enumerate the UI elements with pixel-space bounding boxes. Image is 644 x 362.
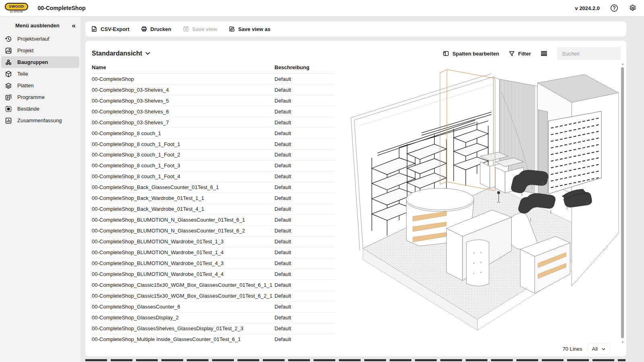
cell-description: Default xyxy=(275,312,335,323)
cell-description: Default xyxy=(275,193,335,204)
table-row[interactable]: 00-CompleteShop_Classic15x30_WGM_Box_Gla… xyxy=(92,280,335,290)
cell-name: 00-CompleteShop_03-Shelves_6 xyxy=(92,106,275,117)
print-label: Drucken xyxy=(151,26,171,32)
sidebar-item-bestaende[interactable]: Bestände xyxy=(1,103,79,115)
table-row[interactable]: 00-CompleteShop_GlassesShelves_GlassesDi… xyxy=(92,323,335,334)
sidebar-item-baugruppen[interactable]: Baugruppen xyxy=(1,56,79,68)
save-view-as-button[interactable]: Save view as xyxy=(229,26,270,32)
cell-description: Default xyxy=(275,258,335,269)
view-toolbar: CSV-Export Drucken Save view xyxy=(85,21,626,37)
table-row[interactable]: 00-CompleteShop_03-Shelves_5 Default xyxy=(92,95,335,106)
table-row[interactable]: 00-CompleteShop_BLUMOTION_N_GlassesCount… xyxy=(92,225,335,236)
table-row[interactable]: 00-CompleteShop_BLUMOTION_Wardrobe_01Tes… xyxy=(92,258,335,269)
table-row[interactable]: 00-CompleteShop_8 couch_1_Foot_2 Default xyxy=(92,149,335,160)
clipped-bottom-row xyxy=(85,359,625,361)
collapse-chevrons-icon[interactable]: « xyxy=(72,22,76,29)
cell-description: Default xyxy=(275,214,335,225)
csv-export-button[interactable]: CSV-Export xyxy=(91,26,130,32)
sidebar-item-label: Projekt xyxy=(17,47,33,53)
page-title: 00-CompleteShop xyxy=(38,5,86,11)
table-row[interactable]: 00-CompleteShop_8 couch_1_Foot_4 Default xyxy=(92,171,335,182)
chevron-down-icon xyxy=(145,52,150,55)
cell-description: Default xyxy=(275,171,335,182)
table-row[interactable]: 00-CompleteShop_GlassesCounter_6 Default xyxy=(92,301,335,312)
swood-logo: SWOOD by EFICAD xyxy=(5,3,28,13)
summary-icon xyxy=(5,117,12,124)
lines-count-label: 70 Lines xyxy=(562,346,582,352)
cell-name: 00-CompleteShop_03-Shelves_4 xyxy=(92,84,275,95)
csv-export-label: CSV-Export xyxy=(101,26,130,32)
cell-name: 00-CompleteShop_GlassesDisplay_2 xyxy=(92,312,275,323)
cell-name: 00-CompleteShop_GlassesShelves_GlassesDi… xyxy=(92,323,275,334)
table-row[interactable]: 00-CompleteShop_8 couch_1_Foot_1 Default xyxy=(92,138,335,149)
cell-name: 00-CompleteShop_Back_Wardrobe_01Test_1_1 xyxy=(92,193,275,204)
csv-file-icon xyxy=(91,26,97,32)
table-row[interactable]: 00-CompleteShop_03-Shelves_7 Default xyxy=(92,117,335,128)
save-view-as-icon xyxy=(229,26,235,32)
table-row[interactable]: 00-CompleteShop_Back_Wardrobe_01Test_4_1… xyxy=(92,204,335,214)
sidebar-item-projekt[interactable]: Projekt xyxy=(1,45,79,56)
cell-name: 00-CompleteShop_BLUMOTION_N_GlassesCount… xyxy=(92,225,275,236)
filter-funnel-icon xyxy=(509,51,515,57)
cell-description: Default xyxy=(275,106,335,117)
page-size-value: All xyxy=(592,346,598,352)
settings-gear-icon[interactable] xyxy=(629,4,637,12)
table-row[interactable]: 00-CompleteShop_BLUMOTION_Wardrobe_01Tes… xyxy=(92,236,335,247)
save-view-icon xyxy=(183,26,189,32)
save-view-as-label: Save view as xyxy=(238,26,270,32)
sidebar-item-label: Bestände xyxy=(17,106,39,112)
version-label: v 2024.2.0 xyxy=(575,5,600,11)
sidebar-item-label: Baugruppen xyxy=(17,59,48,65)
table-row[interactable]: 00-CompleteShop_03-Shelves_4 Default xyxy=(92,84,335,95)
table-row[interactable]: 00-CompleteShop_Back_GlassesCounter_01Te… xyxy=(92,182,335,193)
sidebar-item-platten[interactable]: Platten xyxy=(1,80,79,91)
scroll-down-arrow-icon[interactable]: ▼ xyxy=(621,341,625,343)
print-button[interactable]: Drucken xyxy=(141,26,171,32)
sidebar-item-projektverlauf[interactable]: Projektverlauf xyxy=(1,33,79,45)
column-header-description[interactable]: Beschreibung xyxy=(275,61,335,74)
cell-description: Default xyxy=(275,290,335,301)
column-header-name[interactable]: Name xyxy=(92,61,275,74)
help-icon[interactable] xyxy=(610,4,618,12)
sidebar: Menü ausblenden « Projektverlauf Projekt xyxy=(0,16,80,362)
table-row[interactable]: 00-CompleteShop Default xyxy=(92,74,335,84)
table-row[interactable]: 00-CompleteShop_BLUMOTION_Wardrobe_01Tes… xyxy=(92,269,335,280)
table-row[interactable]: 00-CompleteShop_8 couch_1 Default xyxy=(92,128,335,138)
sidebar-item-label: Programme xyxy=(17,94,45,100)
view-selector[interactable]: Standardansicht xyxy=(92,50,150,57)
cell-description: Default xyxy=(275,138,335,149)
cell-name: 00-CompleteShop_BLUMOTION_Wardrobe_01Tes… xyxy=(92,269,275,280)
row-density-icon[interactable] xyxy=(541,51,547,56)
table-row[interactable]: 00-CompleteShop_BLUMOTION_Wardrobe_01Tes… xyxy=(92,247,335,258)
table-row[interactable]: 00-CompleteShop_Back_Wardrobe_01Test_1_1… xyxy=(92,193,335,204)
cell-description: Default xyxy=(275,225,335,236)
scrollbar-thumb[interactable] xyxy=(621,67,624,338)
3d-viewport[interactable] xyxy=(339,61,620,343)
edit-columns-button[interactable]: Spalten bearbeiten xyxy=(443,50,499,57)
sidebar-item-zusammenfassung[interactable]: Zusammenfassung xyxy=(1,115,79,126)
filter-button[interactable]: Filter xyxy=(509,51,531,57)
table-row[interactable]: 00-CompleteShop_8 couch_1_Foot_3 Default xyxy=(92,160,335,171)
scroll-up-arrow-icon[interactable]: ▲ xyxy=(621,62,625,65)
table-row[interactable]: 00-CompleteShop_03-Shelves_6 Default xyxy=(92,106,335,117)
cell-description: Default xyxy=(275,269,335,280)
table-row[interactable]: 00-CompleteShop_GlassesDisplay_2 Default xyxy=(92,312,335,323)
sidebar-item-label: Zusammenfassung xyxy=(17,117,62,123)
search-input[interactable] xyxy=(557,47,621,60)
app-header: SWOOD by EFICAD 00-CompleteShop v 2024.2… xyxy=(0,0,644,16)
sidebar-item-label: Teile xyxy=(17,71,28,77)
cell-description: Default xyxy=(275,247,335,258)
sidebar-item-programme[interactable]: Programme xyxy=(1,91,79,103)
cell-name: 00-CompleteShop_Multiple Inside_GlassesC… xyxy=(92,334,275,343)
sidebar-item-teile[interactable]: Teile xyxy=(1,68,79,80)
table-row[interactable]: 00-CompleteShop_Multiple Inside_GlassesC… xyxy=(92,334,335,343)
table-row[interactable]: 00-CompleteShop_Classic15x30_WGM_Box_Gla… xyxy=(92,290,335,301)
cell-name: 00-CompleteShop_Back_Wardrobe_01Test_4_1 xyxy=(92,204,275,214)
programs-icon xyxy=(5,94,12,101)
vertical-scrollbar[interactable]: ▲ ▼ xyxy=(621,62,625,343)
cell-name: 00-CompleteShop_8 couch_1_Foot_4 xyxy=(92,171,275,182)
swood-logo-text: SWOOD xyxy=(5,3,28,10)
table-row[interactable]: 00-CompleteShop_BLUMOTION_N_GlassesCount… xyxy=(92,214,335,225)
sidebar-item-label: Projektverlauf xyxy=(17,36,49,42)
page-size-select[interactable]: All xyxy=(588,344,609,354)
